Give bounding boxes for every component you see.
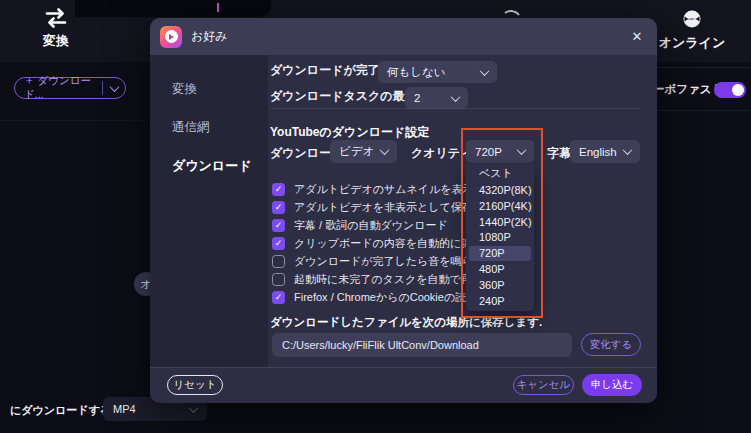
toggle-knob — [732, 84, 744, 96]
close-icon[interactable]: ✕ — [628, 27, 646, 45]
subtitle-value: English — [579, 146, 617, 158]
after-download-value: 何もしない — [387, 65, 446, 80]
download-options-chevron[interactable] — [103, 85, 125, 92]
tab-convert[interactable]: 変換 — [21, 8, 91, 50]
background-panel-shape — [75, 0, 271, 17]
quality-option[interactable]: 2160P(4K) — [469, 198, 531, 213]
chevron-down-icon — [189, 403, 199, 413]
turbo-fast-toggle[interactable] — [714, 82, 746, 98]
quality-option[interactable]: 720P — [469, 246, 531, 261]
format-select-value: MP4 — [113, 403, 136, 415]
chevron-down-icon — [109, 82, 119, 92]
swap-icon — [43, 8, 69, 28]
checkbox-unchecked-icon[interactable] — [272, 255, 285, 268]
checkbox-label: 字幕 / 歌詞の自動ダウンロード — [294, 218, 448, 233]
quality-select[interactable]: 720P — [466, 140, 534, 163]
download-type-select[interactable]: ビデオ — [330, 140, 397, 163]
subtitle-select[interactable]: English — [570, 140, 640, 163]
divider — [0, 120, 148, 121]
checkbox-checked-icon[interactable]: ✓ — [272, 219, 285, 232]
text-cursor-tick — [217, 3, 219, 12]
checkbox-label: ダウンロードが完了したら音を鳴らす — [294, 254, 484, 269]
sidebar-item-item[interactable]: 変換 — [172, 81, 268, 97]
download-type-value: ビデオ — [339, 144, 374, 159]
button-divider — [102, 81, 103, 95]
max-tasks-value: 2 — [414, 92, 420, 104]
quality-option[interactable]: 240P — [469, 293, 531, 308]
app-icon — [160, 26, 182, 48]
download-to-label: にダウンロードする: — [10, 403, 115, 418]
divider — [657, 110, 751, 111]
add-download-button[interactable]: ＋ ダウンロード... — [14, 77, 126, 99]
checkbox-label: アダルトビデオを非表示として保存 — [294, 200, 473, 215]
app-window: 変換 オンライン ＋ ダウンロード... ーボファスト オ にダウンロードする:… — [0, 0, 751, 433]
dialog-sidebar: 変換通信網ダウンロード — [150, 55, 268, 367]
cancel-button[interactable]: キャンセル — [513, 375, 574, 395]
chevron-down-icon — [517, 145, 527, 155]
reset-button[interactable]: リセット — [167, 375, 223, 395]
save-location-label: ダウンロードしたファイルを次の場所に保存します. — [270, 315, 542, 330]
youtube-section-title: YouTubeのダウンロード設定 — [270, 124, 429, 141]
sidebar-item-item[interactable]: 通信網 — [172, 119, 268, 135]
checkbox-checked-icon[interactable]: ✓ — [272, 291, 285, 304]
checkbox-checked-icon[interactable]: ✓ — [272, 201, 285, 214]
checkbox-checked-icon[interactable]: ✓ — [272, 237, 285, 250]
chevron-down-icon — [480, 66, 490, 76]
checkbox-unchecked-icon[interactable] — [272, 273, 285, 286]
quality-option[interactable]: 1440P(2K) — [469, 214, 531, 229]
quality-option[interactable]: 4320P(8K) — [469, 182, 531, 197]
change-path-button[interactable]: 変化する — [581, 333, 641, 356]
sidebar-item-selected[interactable]: ダウンロード — [172, 157, 268, 173]
save-path-input[interactable]: C:/Users/lucky/FliFlik UltConv/Download — [272, 333, 572, 357]
chevron-down-icon — [380, 145, 390, 155]
apply-button[interactable]: 申し込む — [582, 374, 642, 396]
quality-option[interactable]: ベスト — [469, 166, 531, 181]
chevron-down-icon — [451, 92, 461, 102]
quality-value: 720P — [475, 146, 502, 158]
save-path-value: C:/Users/lucky/FliFlik UltConv/Download — [282, 339, 479, 351]
divider — [270, 108, 640, 109]
checkbox-checked-icon[interactable]: ✓ — [272, 183, 285, 196]
after-download-select[interactable]: 何もしない — [378, 61, 497, 83]
plus-download-label: ＋ ダウンロード... — [24, 74, 102, 102]
turbo-fast-label: ーボファスト — [653, 82, 723, 97]
divider — [657, 67, 751, 68]
chevron-down-icon — [623, 145, 633, 155]
tab-convert-label: 変換 — [43, 32, 69, 50]
preferences-dialog: お好み ✕ 変換通信網ダウンロード ダウンロードが完了したら 何もしない ダウン… — [150, 18, 657, 403]
dialog-titlebar: お好み ✕ — [150, 18, 657, 55]
quality-option[interactable]: 360P — [469, 278, 531, 293]
quality-option[interactable]: 480P — [469, 262, 531, 277]
max-tasks-select[interactable]: 2 — [405, 87, 468, 109]
quality-dropdown-list: ベスト4320P(8K)2160P(4K)1440P(2K)1080P720P4… — [466, 164, 534, 311]
dialog-footer — [150, 367, 657, 403]
tab-online[interactable]: オンライン — [657, 8, 727, 52]
tab-online-label: オンライン — [659, 34, 726, 52]
dialog-title: お好み — [191, 28, 228, 45]
quality-option[interactable]: 1080P — [469, 230, 531, 245]
globe-icon — [681, 8, 703, 30]
